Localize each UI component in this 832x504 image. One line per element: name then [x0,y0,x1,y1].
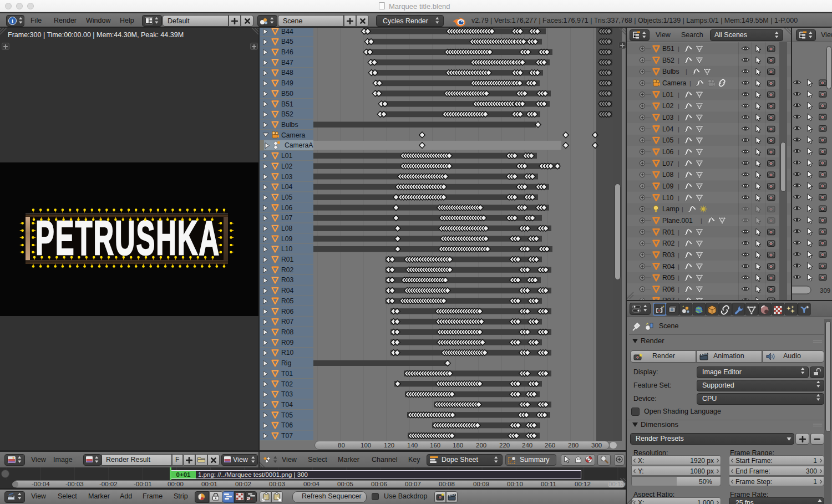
svg-text:B48: B48 [281,69,293,77]
svg-text:|: | [689,80,691,86]
svg-text:B52: B52 [281,110,293,118]
svg-text:|: | [678,252,679,258]
svg-text:|: | [682,206,683,212]
svg-text:Plane.001: Plane.001 [662,217,693,225]
svg-text:|: | [678,286,679,293]
svg-text:B51: B51 [662,45,674,53]
svg-text:R04: R04 [281,287,294,294]
svg-text:|: | [678,126,679,133]
svg-text:T02: T02 [281,380,293,388]
svg-text:T05: T05 [281,411,293,419]
svg-text:L07: L07 [281,214,293,222]
svg-text:T04: T04 [281,401,293,409]
svg-text:L09: L09 [281,235,293,243]
svg-text:L03: L03 [281,173,293,181]
svg-text:L10: L10 [281,245,293,253]
svg-text:L05: L05 [281,194,293,201]
svg-text:|: | [678,229,679,236]
svg-text:R07: R07 [281,318,294,325]
svg-text:309: 309 [820,287,830,294]
svg-text:L07: L07 [662,160,674,167]
svg-text:R05: R05 [281,297,294,305]
svg-text:L02: L02 [662,102,674,110]
svg-text:B50: B50 [281,90,293,98]
svg-text:|: | [678,195,679,201]
svg-text:|: | [678,149,679,155]
svg-text:B47: B47 [281,59,293,67]
svg-text:R06: R06 [662,286,675,293]
svg-text:R01: R01 [281,256,294,263]
svg-text:|: | [678,274,679,281]
svg-text:R03: R03 [662,251,675,259]
svg-text:|: | [678,160,679,167]
svg-text:L03: L03 [662,114,674,121]
svg-text:B49: B49 [281,79,293,87]
svg-text:|: | [678,263,679,270]
svg-text:|: | [678,91,679,98]
svg-text:L01: L01 [662,91,674,99]
svg-text:T03: T03 [281,390,293,398]
svg-text:Lamp: Lamp [662,205,679,213]
svg-text:|: | [678,45,679,52]
svg-text:R03: R03 [281,276,294,284]
svg-text:|: | [686,68,687,75]
svg-text:Camera: Camera [662,79,687,87]
svg-text:|: | [678,103,679,109]
svg-text:CameraA: CameraA [285,141,313,149]
svg-text:|: | [701,217,702,224]
svg-text:T01: T01 [281,370,293,378]
svg-text:R01: R01 [662,228,675,236]
svg-text:B44: B44 [281,28,293,35]
svg-text:R10: R10 [281,349,294,357]
svg-text:|: | [678,114,679,121]
svg-text:R06: R06 [281,308,294,315]
svg-text:|: | [678,183,679,190]
svg-text:B45: B45 [281,38,293,45]
svg-text:T07: T07 [281,432,293,440]
svg-text:L09: L09 [662,182,674,190]
svg-text:|: | [678,240,679,247]
svg-text:L01: L01 [281,152,293,160]
svg-text:L05: L05 [662,136,674,144]
svg-text:L06: L06 [662,148,674,156]
svg-text:B52: B52 [662,57,674,64]
svg-text:Bulbs: Bulbs [281,121,298,129]
svg-text:L08: L08 [281,225,293,232]
svg-text:R08: R08 [281,328,294,336]
svg-text:L08: L08 [662,171,674,179]
svg-text:L06: L06 [281,204,293,212]
svg-text:Rig: Rig [281,359,291,367]
svg-text:B46: B46 [281,48,293,56]
svg-text:L04: L04 [662,125,674,133]
svg-text:L04: L04 [281,183,293,191]
svg-text:|: | [678,57,679,64]
svg-text:R02: R02 [281,266,294,274]
svg-text:R04: R04 [662,263,675,271]
svg-text:T06: T06 [281,421,293,429]
svg-text:R05: R05 [662,274,675,282]
svg-text:R09: R09 [281,339,294,347]
svg-text:|: | [678,171,679,178]
svg-text:|: | [678,137,679,144]
svg-text:R02: R02 [662,240,675,247]
svg-text:L02: L02 [281,162,293,170]
svg-text:Camera: Camera [281,131,306,139]
svg-text:Bulbs: Bulbs [662,68,679,75]
svg-text:B51: B51 [281,100,293,108]
svg-text:L10: L10 [662,194,674,202]
